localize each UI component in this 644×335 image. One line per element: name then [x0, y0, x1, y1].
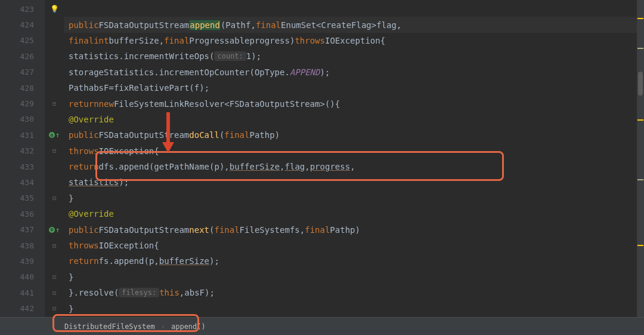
override-arrow-icon: ↑: [55, 226, 60, 234]
code-line[interactable]: throws IOException {: [64, 143, 644, 159]
fold-end-icon[interactable]: ⊡: [52, 305, 56, 312]
override-icon[interactable]: o: [49, 132, 55, 138]
line-number: 435: [0, 190, 45, 206]
code-line[interactable]: statistics.incrementWriteOps( count: 1);: [64, 48, 644, 64]
line-number: 433: [0, 159, 45, 174]
code-line[interactable]: }: [64, 190, 644, 206]
line-number: 434: [0, 174, 45, 190]
line-number: 423: [0, 1, 45, 17]
line-gutter: 423 424 425 426 427 428 429 430 431 432 …: [0, 0, 45, 335]
fold-end-icon[interactable]: ⊡: [52, 290, 56, 296]
breadcrumb[interactable]: DistributedFileSystem › append(): [0, 317, 644, 335]
code-content[interactable]: public FSDataOutputStream append(Path f,…: [64, 0, 644, 335]
fold-icon[interactable]: ⊟: [52, 100, 56, 107]
code-line[interactable]: @Override: [64, 206, 644, 222]
vertical-scrollbar[interactable]: [637, 0, 644, 317]
code-line[interactable]: storageStatistics.incrementOpCounter(OpT…: [64, 64, 644, 80]
override-icon[interactable]: o: [49, 227, 55, 233]
fold-end-icon[interactable]: ⊡: [52, 195, 56, 201]
line-number: 429: [0, 96, 45, 111]
line-number: 442: [0, 300, 45, 316]
code-line[interactable]: }: [64, 300, 644, 316]
line-number: 436: [0, 206, 45, 222]
line-number: 427: [0, 64, 45, 80]
gutter-icons: 💡 ⊟ o↑ ⊟ ⊡ o↑ ⊟ ⊡ ⊡ ⊡: [45, 0, 64, 335]
code-line[interactable]: statistics);: [64, 174, 644, 190]
code-line[interactable]: public FSDataOutputStream doCall(final P…: [64, 127, 644, 143]
line-number: 440: [0, 269, 45, 285]
line-number: 439: [0, 253, 45, 269]
code-line[interactable]: Path absF = fixRelativePart(f);: [64, 80, 644, 96]
line-number: 437: [0, 222, 45, 237]
line-number: 424: [0, 17, 45, 32]
line-number: 438: [0, 238, 45, 253]
fold-icon[interactable]: ⊟: [52, 147, 56, 154]
breadcrumb-separator-icon: ›: [160, 322, 166, 331]
line-number: 428: [0, 80, 45, 96]
code-line[interactable]: }.resolve( filesys: this, absF);: [64, 285, 644, 300]
line-number: 426: [0, 48, 45, 64]
code-line[interactable]: return fs.append(p, bufferSize);: [64, 253, 644, 269]
scrollbar-marker[interactable]: [637, 48, 643, 49]
inlay-hint: count:: [214, 51, 246, 61]
breadcrumb-class[interactable]: DistributedFileSystem: [60, 322, 160, 331]
line-number: 432: [0, 143, 45, 159]
line-number: 441: [0, 285, 45, 300]
code-line[interactable]: @Override: [64, 112, 644, 127]
line-number: 431: [0, 127, 45, 143]
fold-icon[interactable]: ⊟: [52, 242, 56, 249]
code-line[interactable]: public FSDataOutputStream next(final Fil…: [64, 222, 644, 237]
code-line[interactable]: return dfs.append(getPathName(p), buffer…: [64, 159, 644, 174]
override-arrow-icon: ↑: [55, 131, 60, 139]
intention-bulb-icon[interactable]: 💡: [50, 5, 59, 13]
code-editor[interactable]: 423 424 425 426 427 428 429 430 431 432 …: [0, 0, 644, 335]
breadcrumb-method[interactable]: append(): [166, 322, 210, 331]
code-line[interactable]: final int bufferSize, final Progressable…: [64, 33, 644, 48]
scrollbar-marker[interactable]: [637, 119, 643, 121]
code-line[interactable]: }: [64, 269, 644, 285]
code-line[interactable]: throws IOException {: [64, 238, 644, 253]
inlay-hint: filesys:: [119, 288, 159, 297]
code-line[interactable]: public FSDataOutputStream append(Path f,…: [64, 17, 644, 32]
scrollbar-marker[interactable]: [637, 179, 643, 180]
line-number: 430: [0, 112, 45, 127]
scrollbar-thumb[interactable]: [638, 72, 643, 96]
code-line[interactable]: [64, 1, 644, 17]
line-number: 425: [0, 33, 45, 48]
scrollbar-marker[interactable]: [637, 18, 643, 19]
fold-end-icon[interactable]: ⊡: [52, 273, 56, 280]
scrollbar-marker[interactable]: [637, 245, 643, 246]
code-line[interactable]: return new FileSystemLinkResolver<FSData…: [64, 96, 644, 111]
